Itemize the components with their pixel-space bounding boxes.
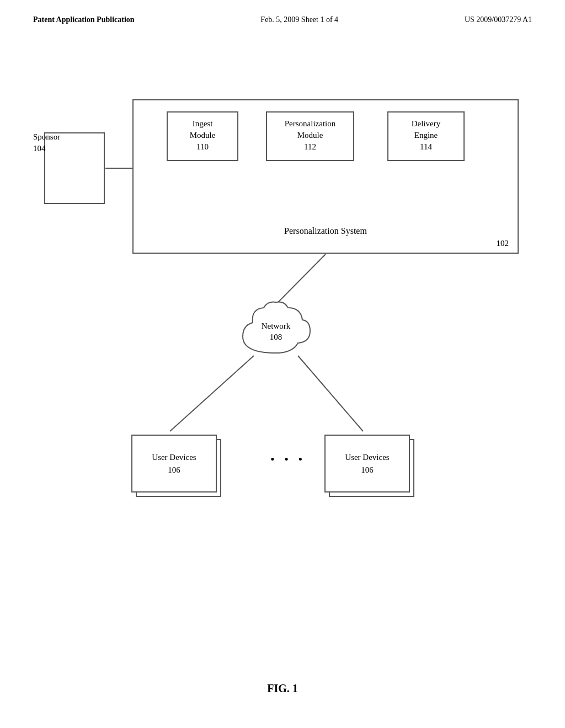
personalization-system-label: Personalization System bbox=[134, 226, 518, 236]
network-number: 108 bbox=[270, 333, 282, 341]
personalization-system-box: Ingest Module 110 Personalization Module… bbox=[132, 99, 519, 254]
personalization-module-label: Personalization Module 112 bbox=[285, 119, 335, 151]
page-header: Patent Application Publication Feb. 5, 2… bbox=[0, 0, 565, 24]
network-label: Network bbox=[262, 322, 291, 330]
ellipsis-dots: • • • bbox=[270, 452, 306, 467]
header-patent-number: US 2009/0037279 A1 bbox=[465, 15, 532, 24]
svg-line-3 bbox=[298, 356, 363, 431]
user-device-left-box: User Devices 106 bbox=[131, 435, 217, 493]
svg-line-1 bbox=[276, 254, 326, 304]
personalization-module-box: Personalization Module 112 bbox=[266, 111, 354, 161]
figure-caption: FIG. 1 bbox=[0, 682, 565, 695]
header-date-sheet: Feb. 5, 2009 Sheet 1 of 4 bbox=[260, 15, 338, 24]
diagram-area: Ingest Module 110 Personalization Module… bbox=[0, 66, 565, 645]
sponsor-label: Sponsor 104 bbox=[33, 131, 60, 154]
svg-line-2 bbox=[170, 356, 254, 431]
ingest-module-label: Ingest Module 110 bbox=[190, 119, 216, 151]
personalization-system-number: 102 bbox=[497, 239, 509, 248]
delivery-engine-label: Delivery Engine 114 bbox=[412, 119, 440, 151]
delivery-engine-box: Delivery Engine 114 bbox=[387, 111, 465, 161]
network-cloud: Network 108 bbox=[232, 298, 320, 364]
ingest-module-box: Ingest Module 110 bbox=[167, 111, 238, 161]
header-publication-label: Patent Application Publication bbox=[33, 15, 135, 24]
user-device-right-box: User Devices 106 bbox=[324, 435, 410, 493]
